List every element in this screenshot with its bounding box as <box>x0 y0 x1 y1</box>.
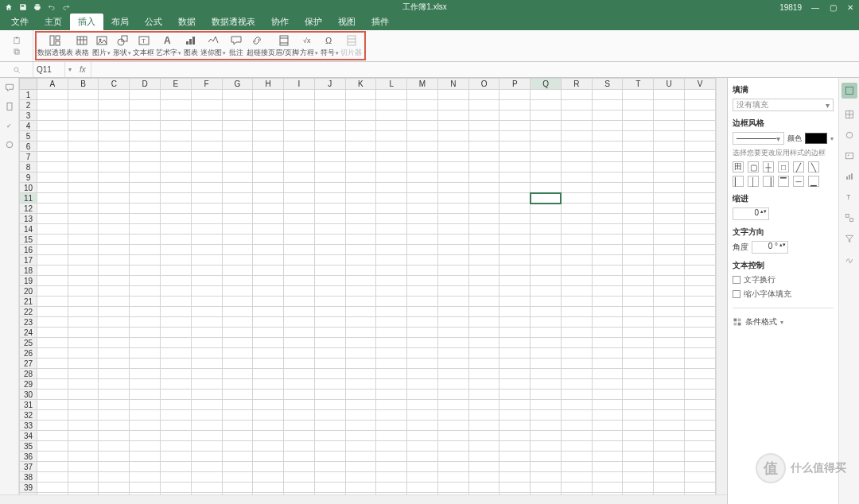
cell[interactable] <box>499 121 531 131</box>
cell[interactable] <box>68 162 99 173</box>
cell[interactable] <box>68 421 99 431</box>
cell[interactable] <box>437 286 468 297</box>
cell[interactable] <box>531 421 562 431</box>
cell[interactable] <box>623 173 654 183</box>
cell[interactable] <box>191 493 222 495</box>
cell[interactable] <box>499 462 531 472</box>
cell[interactable] <box>685 390 716 400</box>
cell[interactable] <box>592 297 623 307</box>
cell[interactable] <box>99 410 130 421</box>
cell[interactable] <box>222 110 253 121</box>
cell[interactable] <box>222 307 253 317</box>
cell[interactable] <box>685 441 716 452</box>
cell[interactable] <box>161 379 192 390</box>
cell[interactable] <box>654 100 685 110</box>
cell[interactable] <box>531 235 562 245</box>
cell[interactable] <box>161 359 192 369</box>
cell[interactable] <box>623 348 654 359</box>
cell[interactable] <box>99 317 130 328</box>
cell[interactable] <box>284 328 315 338</box>
cell[interactable] <box>37 121 68 131</box>
cell[interactable] <box>37 286 68 297</box>
cell[interactable] <box>161 400 192 410</box>
cell[interactable] <box>191 390 222 400</box>
cell[interactable] <box>623 462 654 472</box>
cell[interactable] <box>314 379 345 390</box>
cell[interactable] <box>284 131 315 142</box>
select-all-corner[interactable] <box>20 79 37 90</box>
cell[interactable] <box>685 472 716 483</box>
cell[interactable] <box>222 235 253 245</box>
cell[interactable] <box>407 472 438 483</box>
cell[interactable] <box>499 338 531 348</box>
col-header[interactable]: G <box>222 79 253 90</box>
cell[interactable] <box>592 131 623 142</box>
cell[interactable] <box>499 286 531 297</box>
cell[interactable] <box>468 400 499 410</box>
cell[interactable] <box>531 328 562 338</box>
cell[interactable] <box>685 462 716 472</box>
cell[interactable] <box>284 224 315 235</box>
cell[interactable] <box>191 462 222 472</box>
cell[interactable] <box>468 493 499 495</box>
cell[interactable] <box>623 369 654 379</box>
cell[interactable] <box>407 266 438 276</box>
cell[interactable] <box>376 245 407 255</box>
cell[interactable] <box>345 328 376 338</box>
cell[interactable] <box>685 493 716 495</box>
cell[interactable] <box>99 110 130 121</box>
cell[interactable] <box>654 348 685 359</box>
cell[interactable] <box>37 472 68 483</box>
cell[interactable] <box>37 276 68 286</box>
col-header[interactable]: L <box>376 79 407 90</box>
cell[interactable] <box>99 452 130 462</box>
cell[interactable] <box>592 235 623 245</box>
cell[interactable] <box>130 131 161 142</box>
cell[interactable] <box>499 410 531 421</box>
cell[interactable] <box>685 131 716 142</box>
cell[interactable] <box>685 266 716 276</box>
cell[interactable] <box>37 131 68 142</box>
cell[interactable] <box>376 173 407 183</box>
cell[interactable] <box>314 390 345 400</box>
cell[interactable] <box>345 235 376 245</box>
cell[interactable] <box>253 90 284 100</box>
cell[interactable] <box>623 483 654 493</box>
cell[interactable] <box>253 276 284 286</box>
cell[interactable] <box>37 162 68 173</box>
cell[interactable] <box>222 245 253 255</box>
cell[interactable] <box>345 379 376 390</box>
cell[interactable] <box>253 307 284 317</box>
cell[interactable] <box>37 483 68 493</box>
cell[interactable] <box>37 369 68 379</box>
cell[interactable] <box>561 152 592 162</box>
cell[interactable] <box>99 462 130 472</box>
cell[interactable] <box>314 421 345 431</box>
cell[interactable] <box>161 410 192 421</box>
row-header[interactable]: 3 <box>20 110 37 121</box>
cell[interactable] <box>437 493 468 495</box>
cell[interactable] <box>499 214 531 224</box>
row-header[interactable]: 5 <box>20 131 37 142</box>
cell[interactable] <box>314 348 345 359</box>
cell[interactable] <box>284 472 315 483</box>
cell[interactable] <box>654 400 685 410</box>
cell[interactable] <box>191 255 222 266</box>
cell[interactable] <box>68 266 99 276</box>
clipboard-icon[interactable] <box>13 37 21 45</box>
cell[interactable] <box>161 421 192 431</box>
cell[interactable] <box>68 307 99 317</box>
cell[interactable] <box>99 338 130 348</box>
cell[interactable] <box>99 493 130 495</box>
cell[interactable] <box>253 131 284 142</box>
cell[interactable] <box>99 483 130 493</box>
cell[interactable] <box>531 317 562 328</box>
cell[interactable] <box>685 90 716 100</box>
cell[interactable] <box>68 276 99 286</box>
cell[interactable] <box>37 255 68 266</box>
cell[interactable] <box>531 462 562 472</box>
cell[interactable] <box>68 183 99 193</box>
cell[interactable] <box>468 307 499 317</box>
cell[interactable] <box>654 121 685 131</box>
col-header[interactable]: D <box>130 79 161 90</box>
